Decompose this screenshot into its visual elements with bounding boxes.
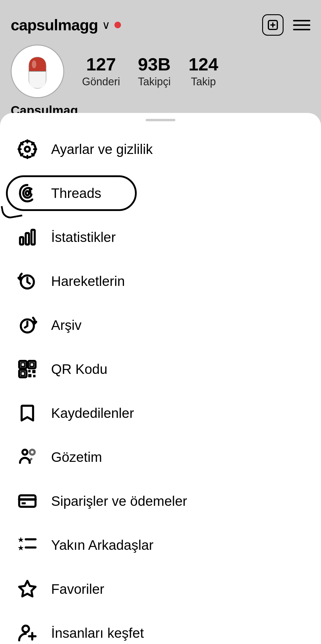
saved-label: Kaydedilenler: [51, 405, 134, 421]
svg-point-29: [23, 450, 28, 455]
activity-icon: [17, 270, 38, 292]
svg-marker-35: [18, 545, 23, 550]
hamburger-line: [293, 24, 310, 26]
followers-count: 93B: [138, 55, 171, 74]
menu-item-settings[interactable]: Ayarlar ve gizlilik: [0, 127, 321, 171]
discover-people-icon: [17, 622, 38, 644]
supervision-icon: [17, 446, 38, 468]
svg-marker-38: [19, 581, 36, 596]
stats-label: İstatistikler: [51, 229, 116, 245]
statistics-icon: [17, 226, 38, 248]
menu-item-close-friends[interactable]: Yakın Arkadaşlar: [0, 523, 321, 567]
chevron-down-icon: ∨: [102, 18, 110, 32]
menu-item-threads[interactable]: Threads: [0, 171, 321, 215]
stat-posts[interactable]: 127 Gönderi: [82, 55, 120, 88]
menu-item-activity[interactable]: Hareketlerin: [0, 259, 321, 303]
archive-icon: [17, 314, 38, 336]
svg-rect-26: [32, 370, 36, 373]
svg-point-9: [25, 147, 30, 152]
notification-dot: [114, 22, 121, 28]
favorites-label: Favoriler: [51, 581, 104, 597]
menu-item-qr[interactable]: QR Kodu: [0, 347, 321, 391]
menu-list: Ayarlar ve gizlilik Threads: [0, 127, 321, 644]
svg-point-10: [26, 191, 29, 195]
profile-info: 127 Gönderi 93B Takipçi 124 Takip: [11, 45, 310, 98]
svg-rect-28: [33, 375, 35, 377]
threads-label: Threads: [51, 185, 101, 201]
stat-followers[interactable]: 93B Takipçi: [138, 55, 171, 88]
username-area[interactable]: capsulmagg ∨: [11, 16, 121, 34]
svg-rect-18: [22, 363, 24, 366]
svg-rect-21: [31, 363, 33, 366]
orders-label: Siparişler ve ödemeler: [51, 493, 187, 509]
orders-icon: [17, 490, 38, 512]
top-bar: capsulmagg ∨: [11, 0, 310, 42]
profile-background: capsulmagg ∨: [0, 0, 321, 128]
menu-item-archive[interactable]: Arşiv: [0, 303, 321, 347]
hamburger-menu-button[interactable]: [293, 20, 310, 30]
favorites-icon: [17, 578, 38, 600]
settings-label: Ayarlar ve gizlilik: [51, 141, 153, 157]
posts-label: Gönderi: [82, 75, 120, 88]
bottom-sheet: Ayarlar ve gizlilik Threads: [0, 113, 321, 644]
menu-item-orders[interactable]: Siparişler ve ödemeler: [0, 479, 321, 523]
svg-rect-12: [26, 233, 29, 245]
activity-label: Hareketlerin: [51, 273, 125, 289]
archive-label: Arşiv: [51, 317, 81, 333]
following-count: 124: [188, 55, 218, 74]
following-label: Takip: [191, 75, 216, 88]
settings-icon: [17, 138, 38, 160]
svg-rect-33: [22, 502, 26, 504]
svg-rect-25: [28, 370, 31, 372]
menu-item-favorites[interactable]: Favoriler: [0, 567, 321, 611]
qr-icon: [17, 358, 38, 380]
hamburger-line: [293, 20, 310, 21]
close-friends-label: Yakın Arkadaşlar: [51, 537, 153, 553]
menu-item-supervision[interactable]: Gözetim: [0, 435, 321, 479]
stats-area: 127 Gönderi 93B Takipçi 124 Takip: [82, 55, 310, 88]
qr-label: QR Kodu: [51, 361, 107, 377]
stat-following[interactable]: 124 Takip: [188, 55, 218, 88]
add-post-button[interactable]: [262, 14, 284, 36]
saved-icon: [17, 402, 38, 424]
svg-rect-27: [28, 374, 32, 377]
threads-icon: [17, 182, 38, 204]
supervision-label: Gözetim: [51, 449, 102, 465]
svg-point-5: [32, 60, 36, 68]
username-text: capsulmagg: [11, 16, 98, 34]
menu-item-saved[interactable]: Kaydedilenler: [0, 391, 321, 435]
close-friends-icon: [17, 534, 38, 556]
svg-rect-31: [19, 495, 36, 507]
menu-item-discover[interactable]: İnsanları keşfet: [0, 611, 321, 644]
menu-item-stats[interactable]: İstatistikler: [0, 215, 321, 259]
avatar[interactable]: [11, 45, 64, 98]
svg-marker-34: [18, 537, 23, 542]
followers-label: Takipçi: [138, 75, 171, 88]
svg-rect-11: [20, 237, 23, 245]
svg-point-30: [30, 450, 35, 455]
posts-count: 127: [86, 55, 116, 74]
svg-rect-24: [22, 372, 24, 375]
top-icons: [262, 14, 310, 36]
hamburger-line: [293, 29, 310, 30]
svg-rect-13: [32, 230, 35, 245]
sheet-handle: [146, 119, 175, 121]
discover-label: İnsanları keşfet: [51, 625, 144, 641]
svg-point-39: [23, 626, 29, 632]
